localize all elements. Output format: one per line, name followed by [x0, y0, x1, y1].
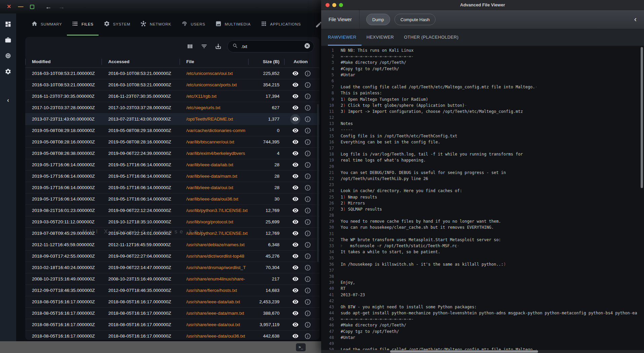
info-icon[interactable] — [304, 253, 311, 260]
table-row[interactable]: 2019-05-17T16:06:14.000000Z2019-05-17T16… — [25, 159, 319, 171]
view-file-icon[interactable] — [290, 171, 300, 181]
viewer-tab-rawviewer[interactable]: RAWVIEWER — [328, 29, 362, 46]
view-file-icon[interactable] — [290, 251, 300, 261]
table-row[interactable]: 2012-11-12T16:45:59.000000Z2012-11-12T16… — [25, 239, 319, 251]
zoom-icon[interactable] — [339, 3, 343, 7]
info-icon[interactable] — [304, 264, 311, 271]
info-icon[interactable] — [304, 104, 311, 111]
close-icon[interactable]: ✕ — [7, 4, 11, 9]
file-link[interactable]: /var/lib/ieee-data/mam.txt — [180, 174, 248, 179]
view-file-icon[interactable] — [290, 297, 300, 307]
tab-system[interactable]: SYSTEM — [99, 13, 136, 36]
column-header-size-b-[interactable]: Size (B) — [248, 56, 284, 68]
view-file-icon[interactable] — [290, 69, 300, 79]
file-link[interactable]: /opt/Teeth/README.txt — [180, 117, 248, 122]
info-icon[interactable] — [304, 230, 311, 237]
table-row[interactable]: 2010-02-18T16:40:24.000000Z2019-09-06T22… — [25, 262, 319, 273]
view-file-icon[interactable] — [290, 183, 300, 193]
file-link[interactable]: /etc/siege/urls.txt — [180, 105, 248, 110]
table-row[interactable]: 2016-11-23T07:30:35.000000Z2016-11-23T07… — [25, 91, 319, 102]
table-row[interactable]: 2016-03-10T08:53:21.000000Z2016-03-10T08… — [25, 68, 319, 79]
file-link[interactable]: /usr/share/ieee-data/iab.txt — [180, 299, 248, 304]
info-icon[interactable] — [304, 70, 311, 77]
viewer-tab-other-placeholder-[interactable]: OTHER (PLACEHOLDER) — [399, 29, 463, 46]
info-icon[interactable] — [304, 310, 311, 317]
info-icon[interactable] — [304, 333, 311, 340]
file-link[interactable]: /usr/share/dnsmap/wordlist_T — [180, 265, 248, 270]
file-link[interactable]: /usr/share/ieee-data/oui.txt — [180, 322, 248, 327]
table-row[interactable]: 2018-08-05T16:16:17.000000Z2018-08-05T16… — [25, 296, 319, 308]
info-icon[interactable] — [304, 127, 311, 134]
dashboard-icon[interactable] — [5, 21, 11, 28]
column-header-modified[interactable]: Modified — [25, 56, 102, 68]
info-icon[interactable] — [304, 219, 311, 225]
close-icon[interactable] — [326, 3, 330, 7]
info-icon[interactable] — [304, 196, 311, 203]
filter-icon[interactable] — [199, 41, 209, 51]
info-icon[interactable] — [304, 116, 311, 123]
file-link[interactable]: /var/lib/ieee-data/oui36.txt — [180, 196, 248, 202]
table-scrollbar[interactable] — [317, 104, 319, 262]
view-file-icon[interactable] — [290, 126, 300, 136]
info-icon[interactable] — [304, 139, 311, 145]
viewer-tab-hexviewer[interactable]: HEXVIEWER — [362, 29, 399, 46]
table-row[interactable]: 2019-03-05T20:11:12.000000Z2019-10-12T18… — [25, 216, 319, 228]
info-icon[interactable] — [304, 162, 311, 168]
tab-users[interactable]: USERS — [176, 13, 210, 36]
vertical-scrollbar[interactable] — [641, 47, 643, 188]
file-link[interactable]: /usr/share/deblaze/names.txt — [180, 242, 248, 247]
file-link[interactable]: /etc/unicornscan/oui.txt — [180, 71, 248, 76]
info-icon[interactable] — [304, 150, 311, 157]
view-file-icon[interactable] — [290, 308, 300, 318]
view-file-icon[interactable] — [290, 285, 300, 296]
view-file-icon[interactable] — [290, 137, 300, 147]
view-file-icon[interactable] — [290, 160, 300, 170]
info-icon[interactable] — [304, 184, 311, 191]
info-icon[interactable] — [304, 321, 311, 328]
briefcase-icon[interactable] — [5, 37, 11, 43]
column-header-accessed[interactable]: Accessed — [102, 56, 180, 68]
table-row[interactable]: 2018-08-05T16:16:17.000000Z2018-08-05T16… — [25, 330, 319, 340]
chevron-left-icon[interactable]: ‹ — [634, 16, 637, 23]
table-row[interactable]: 2018-09-03T17:42:55.000000Z2019-09-06T22… — [25, 251, 319, 262]
back-arrow-icon[interactable]: ← — [45, 4, 51, 10]
file-link[interactable]: /usr/share/dict/wordlist-top48 — [180, 254, 248, 259]
view-file-icon[interactable] — [290, 194, 300, 204]
file-link[interactable]: /usr/lib/python3.7/LICENSE.txt — [180, 208, 248, 213]
file-link[interactable]: /var/lib/ieee-data/iab.txt — [180, 162, 248, 167]
table-row[interactable]: 2012-09-07T18:46:35.000000Z2012-09-07T18… — [25, 285, 319, 296]
dump-button[interactable]: Dump — [366, 14, 390, 25]
clear-search-icon[interactable] — [304, 43, 310, 50]
file-link[interactable]: /etc/X11/rgb.txt — [180, 94, 248, 99]
collapse-chevron-icon[interactable]: ‹ — [7, 97, 9, 104]
file-link[interactable]: /var/lib/ieee-data/oui.txt — [180, 185, 248, 190]
tab-applications[interactable]: APPLICATIONS — [256, 13, 306, 36]
info-icon[interactable] — [304, 93, 311, 100]
file-link[interactable]: /usr/share/fierce/hosts.txt — [180, 288, 248, 293]
table-row[interactable]: 2008-10-23T15:16:49.000000Z2008-10-23T15… — [25, 273, 319, 285]
info-icon[interactable] — [304, 82, 311, 88]
columns-icon[interactable] — [185, 41, 195, 51]
column-header-file[interactable]: File — [180, 56, 248, 68]
view-file-icon[interactable] — [290, 114, 300, 124]
download-icon[interactable] — [213, 41, 223, 51]
view-file-icon[interactable] — [290, 228, 300, 238]
file-link[interactable]: /var/cache/dictionaries-comm — [180, 128, 248, 133]
info-icon[interactable] — [304, 207, 311, 214]
view-file-icon[interactable] — [290, 320, 300, 330]
table-row[interactable]: 2019-05-08T08:29:18.000000Z2019-05-08T08… — [25, 125, 319, 136]
view-file-icon[interactable] — [290, 148, 300, 159]
table-row[interactable]: 2019-05-08T08:26:38.000000Z2019-09-06T22… — [25, 148, 319, 159]
table-row[interactable]: 2019-05-17T16:06:14.000000Z2019-05-17T16… — [25, 193, 319, 205]
view-file-icon[interactable] — [290, 206, 300, 216]
file-link[interactable]: /etc/unicornscan/ports.txt — [180, 82, 248, 87]
table-row[interactable]: 2019-08-21T16:01:23.000000Z2019-09-06T22… — [25, 205, 319, 216]
settings-icon[interactable] — [5, 68, 11, 75]
maximize-icon[interactable] — [30, 5, 34, 9]
horizontal-scrollbar[interactable] — [390, 350, 538, 353]
info-icon[interactable] — [304, 299, 311, 305]
view-file-icon[interactable] — [290, 331, 300, 340]
chip-icon[interactable] — [5, 52, 11, 59]
file-link[interactable]: /var/lib/exim4/berkeleydbvers — [180, 151, 248, 156]
table-row[interactable]: 2018-08-05T16:16:17.000000Z2018-08-05T16… — [25, 319, 319, 330]
